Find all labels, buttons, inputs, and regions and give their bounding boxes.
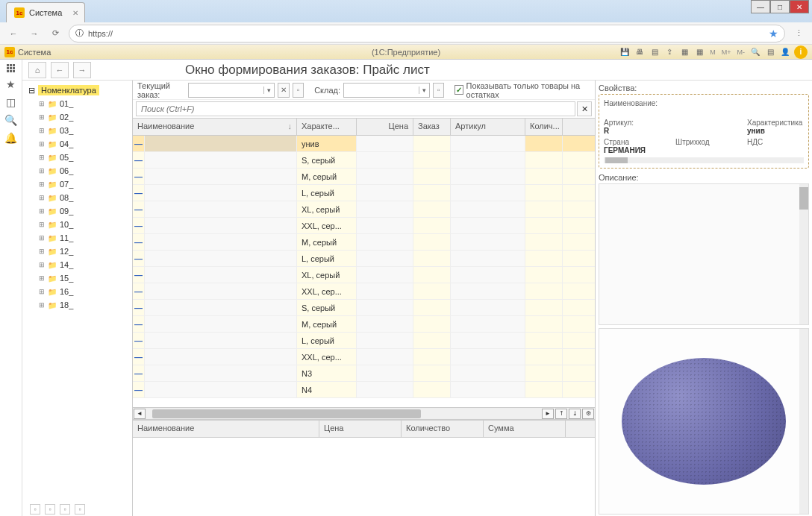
home-button[interactable]: ⌂ xyxy=(28,62,46,78)
cell-order[interactable] xyxy=(413,365,451,381)
desc-vscroll[interactable] xyxy=(799,184,808,324)
tree-item[interactable]: ⊞📁07_ xyxy=(25,177,129,191)
grid-bottom-icon[interactable]: ⤓ xyxy=(569,409,581,419)
props-hscroll[interactable] xyxy=(604,157,804,163)
search-rail-icon[interactable]: 🔍 xyxy=(4,114,17,126)
expand-icon[interactable]: ⊞ xyxy=(39,301,45,309)
col-qty[interactable]: Колич... xyxy=(525,119,563,135)
scale-mplus[interactable]: M+ xyxy=(720,46,733,58)
bell-icon[interactable]: 🔔 xyxy=(4,132,17,144)
scroll-right-icon[interactable]: ► xyxy=(542,409,554,419)
user-icon[interactable]: 👤 xyxy=(779,46,791,58)
col-characteristic[interactable]: Характе... xyxy=(297,119,357,135)
table-row[interactable]: —XXL, сер... xyxy=(133,283,595,300)
export-icon[interactable]: ⇪ xyxy=(663,46,675,58)
expand-icon[interactable]: ⊞ xyxy=(39,140,45,148)
list-icon[interactable]: ▤ xyxy=(764,46,776,58)
browser-menu-icon[interactable]: ⋮ xyxy=(791,26,806,41)
calc-icon[interactable]: ▦ xyxy=(693,46,705,58)
cell-order[interactable] xyxy=(413,152,451,168)
table-row[interactable]: —S, серый xyxy=(133,300,595,316)
tree-item[interactable]: ⊞📁08_ xyxy=(25,191,129,204)
cell-order[interactable] xyxy=(413,316,451,332)
cell-order[interactable] xyxy=(413,283,451,299)
save-icon[interactable]: 💾 xyxy=(619,46,631,58)
grid-settings-icon[interactable]: ⚙ xyxy=(582,409,594,419)
search-input[interactable] xyxy=(136,101,575,116)
expand-icon[interactable]: ⊞ xyxy=(39,288,45,295)
tree-item[interactable]: ⊞📁16_ xyxy=(25,285,129,298)
clip-icon[interactable]: ◫ xyxy=(6,96,16,108)
table-row[interactable]: —M, серый xyxy=(133,234,595,251)
favorite-icon[interactable]: ★ xyxy=(6,78,16,90)
nav-back-button[interactable]: ← xyxy=(51,62,69,78)
footer-icon-2[interactable]: ▫ xyxy=(45,504,55,515)
tree-item[interactable]: ⊞📁14_ xyxy=(25,258,129,271)
search-clear-button[interactable]: ✕ xyxy=(577,101,592,116)
expand-icon[interactable]: ⊞ xyxy=(39,167,45,174)
lower-grid-body[interactable] xyxy=(133,438,595,505)
tree-item[interactable]: ⊞📁10_ xyxy=(25,218,129,231)
info-badge-icon[interactable]: i xyxy=(794,45,808,59)
apps-icon[interactable] xyxy=(7,64,15,72)
bookmark-star-icon[interactable]: ★ xyxy=(769,28,778,40)
tree-item[interactable]: ⊞📁03_ xyxy=(25,124,129,137)
doc-icon[interactable]: ▤ xyxy=(649,46,660,58)
back-button[interactable]: ← xyxy=(6,26,21,41)
window-maximize[interactable]: □ xyxy=(770,0,790,13)
window-close[interactable]: ✕ xyxy=(790,0,809,13)
tree-item[interactable]: ⊞📁15_ xyxy=(25,271,129,285)
print-icon[interactable]: 🖶 xyxy=(634,46,646,58)
url-box[interactable]: ⓘ ★ xyxy=(69,25,785,43)
table-row[interactable]: —M, серый xyxy=(133,169,595,185)
expand-icon[interactable]: ⊞ xyxy=(39,194,45,201)
table-row[interactable]: —унив xyxy=(133,136,595,152)
cell-order[interactable] xyxy=(413,234,451,250)
cell-order[interactable] xyxy=(413,201,451,217)
scale-mminus[interactable]: M- xyxy=(736,46,747,58)
tree-item[interactable]: ⊞📁05_ xyxy=(25,151,129,164)
grid-scrollbar[interactable]: ◄ ► ⤒ ⤓ ⚙ xyxy=(133,407,595,419)
footer-icon-1[interactable]: ▫ xyxy=(30,504,40,515)
cell-order[interactable] xyxy=(413,251,451,266)
col-name[interactable]: Наименование ↓ xyxy=(133,119,297,135)
cell-order[interactable] xyxy=(413,349,451,365)
grid-body[interactable]: —унив—S, серый—M, серый—L, серый—XL, сер… xyxy=(133,136,595,407)
col-price[interactable]: Цена xyxy=(357,119,413,135)
expand-icon[interactable]: ⊞ xyxy=(39,221,45,228)
table-row[interactable]: —L, серый xyxy=(133,251,595,267)
calendar-icon[interactable]: ▦ xyxy=(678,46,690,58)
warehouse-pick-button[interactable]: ▫ xyxy=(433,83,444,98)
table-row[interactable]: —L, серый xyxy=(133,333,595,349)
expand-icon[interactable]: ⊞ xyxy=(39,127,45,134)
forward-button[interactable]: → xyxy=(27,26,42,41)
table-row[interactable]: —N3 xyxy=(133,365,595,382)
tree-item[interactable]: ⊞📁18_ xyxy=(25,298,129,312)
tree-item[interactable]: ⊞📁12_ xyxy=(25,245,129,258)
tab-close-icon[interactable]: ✕ xyxy=(72,9,78,17)
table-row[interactable]: —S, серый xyxy=(133,152,595,169)
warehouse-combo[interactable]: ▾ xyxy=(343,83,430,98)
lower-col-qty[interactable]: Количество xyxy=(402,421,484,437)
expand-icon[interactable]: ⊞ xyxy=(39,100,45,107)
expand-icon[interactable]: ⊞ xyxy=(39,207,45,215)
table-row[interactable]: —XL, серый xyxy=(133,201,595,218)
tree-item[interactable]: ⊞📁06_ xyxy=(25,164,129,177)
cell-order[interactable] xyxy=(413,333,451,348)
cell-order[interactable] xyxy=(413,185,451,201)
browser-tab[interactable]: 1c Система ✕ xyxy=(6,2,85,22)
table-row[interactable]: —L, серый xyxy=(133,185,595,201)
cell-order[interactable] xyxy=(413,136,451,151)
stock-only-checkbox[interactable]: ✓ xyxy=(455,85,463,95)
url-input[interactable] xyxy=(88,29,764,38)
lower-col-name[interactable]: Наименование xyxy=(133,421,319,437)
cell-order[interactable] xyxy=(413,169,451,184)
order-clear-button[interactable]: ✕ xyxy=(278,83,289,98)
reload-button[interactable]: ⟳ xyxy=(48,26,63,41)
lower-col-sum[interactable]: Сумма xyxy=(484,421,566,437)
tree-item[interactable]: ⊞📁04_ xyxy=(25,137,129,151)
footer-icon-4[interactable]: ▫ xyxy=(75,504,85,515)
tree-item[interactable]: ⊞📁11_ xyxy=(25,231,129,245)
zoom-icon[interactable]: 🔍 xyxy=(749,46,761,58)
col-article[interactable]: Артикул xyxy=(451,119,525,135)
